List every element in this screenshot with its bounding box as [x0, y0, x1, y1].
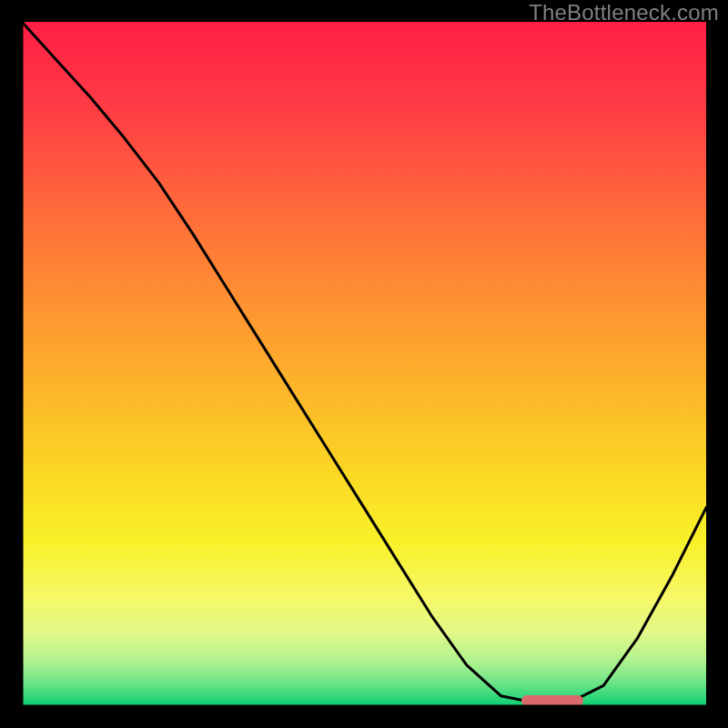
watermark-text: TheBottleneck.com — [529, 0, 719, 25]
optimal-range-marker — [521, 695, 583, 706]
chart-frame: TheBottleneck.com — [0, 0, 728, 728]
bottleneck-curve — [22, 22, 706, 706]
